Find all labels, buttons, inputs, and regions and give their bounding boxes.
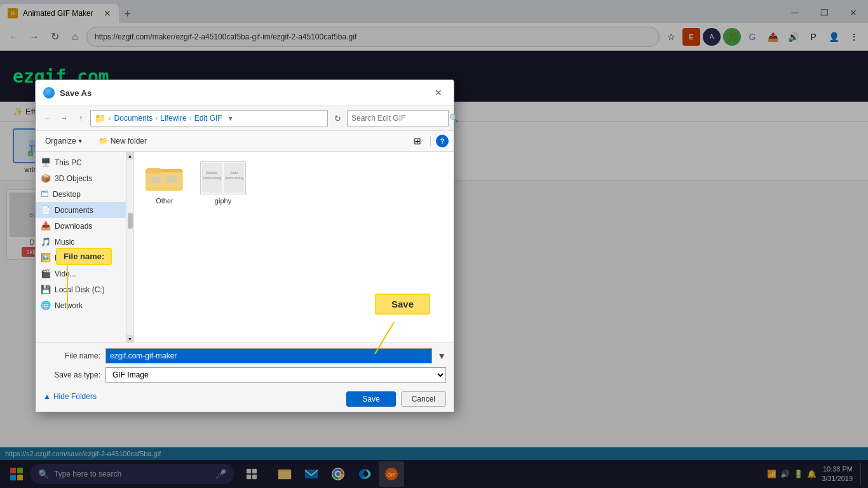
other-folder-label: Other: [156, 197, 173, 205]
sidebar-item-this-pc[interactable]: 🖥️ This PC: [36, 154, 133, 170]
breadcrumb-sep-2: ›: [189, 114, 192, 123]
callout-filename-text: File name:: [64, 252, 104, 261]
sidebar-item-desktop[interactable]: 🗔 Desktop: [36, 186, 133, 202]
callout-save-annotation[interactable]: Save: [375, 294, 430, 315]
sidebar-item-documents[interactable]: 📄 Documents: [36, 202, 133, 218]
local-disk-icon: 💾: [41, 285, 51, 294]
this-pc-label: This PC: [55, 158, 82, 167]
desktop-label: Desktop: [53, 190, 81, 199]
breadcrumb-folder-icon: 📁: [95, 113, 105, 123]
dialog-forward-button[interactable]: →: [57, 111, 71, 125]
local-disk-label: Local Disk (C:): [55, 285, 105, 294]
other-folder-thumb: [146, 161, 184, 194]
toolbar-divider: [430, 136, 431, 146]
downloads-label: Downloads: [55, 222, 92, 231]
documents-label: Documents: [55, 206, 93, 215]
save-as-label: Save as type:: [43, 370, 100, 379]
sidebar-item-network[interactable]: 🌐 Network: [36, 297, 133, 313]
sidebar-item-videos[interactable]: 🎬 Vide...: [36, 266, 133, 281]
breadcrumb-documents[interactable]: Documents: [114, 114, 153, 123]
svg-text:Before: Before: [207, 171, 217, 175]
filename-input[interactable]: [105, 348, 432, 363]
hide-folders-label: Hide Folders: [53, 392, 97, 401]
breadcrumb-sep-1: ›: [155, 114, 158, 123]
hide-folders-link[interactable]: ▲ Hide Folders: [43, 392, 97, 401]
breadcrumb-edit-gif[interactable]: Edit GIF: [194, 114, 222, 123]
dialog-titlebar: Save As ✕: [36, 80, 454, 106]
organize-button[interactable]: Organize ▼: [41, 135, 88, 147]
callout-save-text: Save: [391, 299, 414, 309]
save-as-type-row: Save as type: GIF Image: [43, 367, 446, 383]
save-button-label: Save: [362, 395, 379, 403]
breadcrumb-separator-0: «: [108, 115, 112, 122]
search-icon: 🔍: [449, 114, 459, 123]
sidebar-item-local-disk[interactable]: 💾 Local Disk (C:): [36, 281, 133, 297]
breadcrumb-bar: 📁 « Documents › Lifewire › Edit GIF ▼: [90, 110, 328, 126]
dialog-close-button[interactable]: ✕: [431, 85, 446, 100]
hide-folders-icon: ▲: [43, 392, 51, 401]
file-item-giphy[interactable]: Before Retouching After Retouching giphy: [198, 157, 248, 209]
this-pc-icon: 🖥️: [41, 158, 51, 167]
dialog-sidebar: ▲ ▼ 🖥️ This PC 📦 3D Objects 🗔 Desktop 📄: [36, 152, 134, 342]
dialog-search-input[interactable]: [351, 114, 447, 123]
dialog-toolbar: Organize ▼ 📁 New folder ⊞ ?: [36, 131, 454, 152]
scroll-up-arrow[interactable]: ▲: [126, 152, 134, 159]
giphy-folder-label: giphy: [215, 197, 231, 205]
dialog-back-button[interactable]: ←: [41, 111, 55, 125]
svg-rect-37: [166, 175, 177, 183]
sidebar-scrollbar[interactable]: ▲ ▼: [126, 152, 133, 342]
desktop-icon: 🗔: [41, 189, 49, 199]
videos-icon: 🎬: [41, 269, 51, 278]
3d-objects-label: 3D Objects: [55, 174, 92, 183]
network-label: Network: [55, 301, 83, 310]
help-button[interactable]: ?: [436, 135, 449, 147]
sidebar-item-3d-objects[interactable]: 📦 3D Objects: [36, 170, 133, 186]
save-as-type-select[interactable]: GIF Image: [105, 367, 446, 383]
filename-label: File name:: [43, 351, 100, 360]
chrome-browser-icon: [43, 87, 55, 98]
dialog-nav: ← → ↑ 📁 « Documents › Lifewire › Edit GI…: [36, 106, 454, 131]
new-folder-icon: 📁: [98, 137, 108, 146]
network-icon: 🌐: [41, 301, 51, 310]
dialog-bottom: File name: ▼ Save as type: GIF Image ▲ H…: [36, 342, 454, 412]
sidebar-item-downloads[interactable]: 📥 Downloads: [36, 218, 133, 234]
dialog-search-box[interactable]: 🔍: [347, 110, 449, 126]
filename-dropdown-arrow[interactable]: ▼: [437, 351, 446, 361]
dialog-cancel-button[interactable]: Cancel: [401, 391, 446, 407]
svg-text:Retouching: Retouching: [225, 176, 244, 180]
svg-text:After: After: [230, 171, 238, 175]
organize-label: Organize: [45, 137, 76, 146]
dialog-up-button[interactable]: ↑: [74, 111, 88, 125]
svg-rect-33: [147, 168, 161, 173]
new-folder-button[interactable]: 📁 New folder: [93, 135, 153, 147]
breadcrumb-dropdown-arrow[interactable]: ▼: [227, 115, 234, 122]
svg-text:Retouching: Retouching: [203, 176, 222, 180]
save-as-dialog: Save As ✕ ← → ↑ 📁 « Documents › Lifewire…: [35, 79, 454, 412]
dialog-refresh-button[interactable]: ↻: [330, 111, 344, 125]
breadcrumb-lifewire[interactable]: Lifewire: [160, 114, 186, 123]
svg-rect-35: [151, 177, 161, 183]
organize-dropdown-icon: ▼: [78, 138, 83, 144]
3d-objects-icon: 📦: [41, 173, 51, 183]
downloads-icon: 📥: [41, 221, 51, 231]
dialog-save-button[interactable]: Save: [346, 391, 395, 407]
dialog-title: Save As: [60, 88, 431, 98]
cancel-button-label: Cancel: [412, 395, 435, 403]
music-icon: 🎵: [41, 237, 51, 247]
music-label: Music: [55, 238, 74, 247]
callout-filename-annotation: File name:: [56, 248, 112, 265]
filename-field-row: File name: ▼: [43, 348, 446, 363]
pictures-icon: 🖼️: [41, 253, 51, 262]
new-folder-label: New folder: [111, 137, 147, 146]
dialog-action-buttons: Save Cancel: [346, 391, 446, 407]
scroll-thumb[interactable]: [128, 213, 133, 229]
videos-label: Vide...: [55, 269, 76, 278]
file-item-other[interactable]: Other: [139, 157, 190, 209]
giphy-thumb: Before Retouching After Retouching: [200, 161, 246, 194]
view-options-button[interactable]: ⊞: [410, 133, 425, 149]
documents-icon: 📄: [41, 205, 51, 215]
scroll-down-arrow[interactable]: ▼: [126, 335, 134, 342]
